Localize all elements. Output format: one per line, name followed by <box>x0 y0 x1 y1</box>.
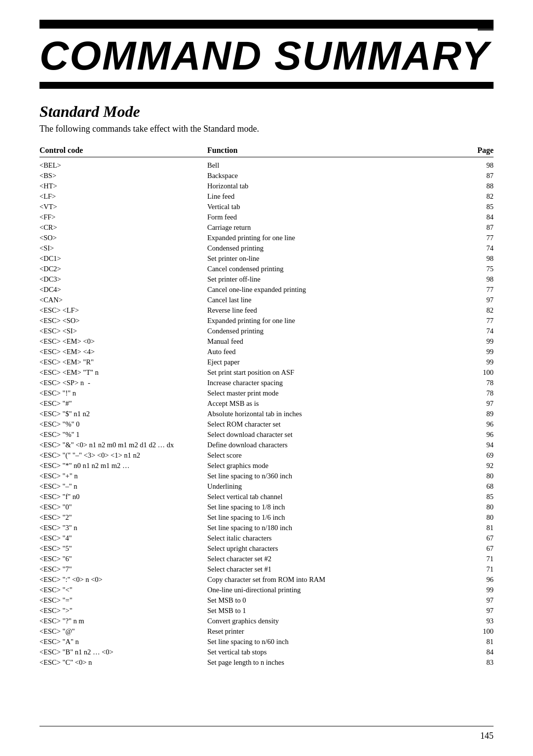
cmd-function: Set MSB to 1 <box>207 607 464 615</box>
cmd-control-code: <ESC> "?" n m <box>39 617 207 625</box>
cmd-control-code: <FF> <box>39 213 207 221</box>
top-bar <box>39 20 494 29</box>
cmd-function: Expanded printing for one line <box>207 317 464 325</box>
cmd-control-code: <ESC> ":" <0> n <0> <box>39 576 207 584</box>
table-row: <ESC> "4"Select italic characters67 <box>39 534 494 544</box>
cmd-page-number: 81 <box>464 638 494 646</box>
header-page: Page <box>464 146 494 155</box>
cmd-function: Cancel condensed printing <box>207 265 464 273</box>
table-row: <ESC> ">"Set MSB to 197 <box>39 607 494 616</box>
cmd-page-number: 85 <box>464 493 494 501</box>
cmd-control-code: <ESC> "*" n0 n1 n2 m1 m2 … <box>39 462 207 470</box>
table-row: <SI>Condensed printing74 <box>39 244 494 254</box>
cmd-control-code: <ESC> "–" n <box>39 482 207 491</box>
cmd-control-code: <DC3> <box>39 275 207 284</box>
header-control: Control code <box>39 146 207 155</box>
table-row: <DC4>Cancel one-line expanded printing77 <box>39 286 494 295</box>
table-row: <FF>Form feed84 <box>39 213 494 223</box>
table-row: <HT>Horizontal tab88 <box>39 182 494 192</box>
cmd-page-number: 80 <box>464 513 494 522</box>
cmd-page-number: 92 <box>464 462 494 470</box>
table-row: <ESC> "–" nUnderlining68 <box>39 482 494 492</box>
cmd-function: Absolute horizontal tab in inches <box>207 410 464 418</box>
cmd-control-code: <LF> <box>39 192 207 201</box>
cmd-control-code: <ESC> "@" <box>39 627 207 636</box>
cmd-function: Set printer off-line <box>207 275 464 284</box>
page: COMMAND SUMMARY Standard Mode The follow… <box>0 0 533 756</box>
cmd-control-code: <ESC> "A" n <box>39 638 207 646</box>
cmd-control-code: <ESC> <EM> "T" n <box>39 368 207 377</box>
cmd-page-number: 69 <box>464 451 494 460</box>
cmd-page-number: 82 <box>464 192 494 201</box>
cmd-page-number: 77 <box>464 317 494 325</box>
cmd-function: Select upright characters <box>207 544 464 553</box>
cmd-function: Set line spacing to 1/8 inch <box>207 503 464 511</box>
cmd-function: Condensed printing <box>207 244 464 252</box>
table-row: <ESC> "<"One-line uni-directional printi… <box>39 586 494 596</box>
cmd-page-number: 77 <box>464 234 494 242</box>
cmd-function: Set page length to n inches <box>207 658 464 667</box>
table-row: <ESC> "(" "–" <3> <0> <1> n1 n2Select sc… <box>39 451 494 461</box>
table-row: <ESC> <SP> n-Increase character spacing7… <box>39 379 494 389</box>
cmd-control-code: <ESC> ">" <box>39 607 207 615</box>
cmd-control-code: <ESC> "6" <box>39 555 207 563</box>
table-row: <ESC> <EM> "R"Eject paper99 <box>39 358 494 368</box>
cmd-function: Bell <box>207 161 464 170</box>
commands-table: <BEL>Bell98<BS>Backspace87<HT>Horizontal… <box>39 161 494 668</box>
cmd-page-number: 99 <box>464 337 494 346</box>
table-row: <ESC> "?" n mConvert graphics density93 <box>39 617 494 627</box>
cmd-page-number: 96 <box>464 431 494 439</box>
table-row: <ESC> "%" 0Select ROM character set96 <box>39 420 494 430</box>
cmd-page-number: 80 <box>464 503 494 511</box>
cmd-page-number: 75 <box>464 265 494 273</box>
cmd-function: Expanded printing for one line <box>207 234 464 242</box>
cmd-function: Copy character set from ROM into RAM <box>207 576 464 584</box>
cmd-page-number: 100 <box>464 627 494 636</box>
cmd-page-number: 97 <box>464 607 494 615</box>
cmd-control-code: <ESC> "5" <box>39 544 207 553</box>
cmd-page-number: 82 <box>464 306 494 315</box>
cmd-function: Select ROM character set <box>207 420 464 429</box>
cmd-control-code: <DC2> <box>39 265 207 273</box>
table-row: <ESC> <SI>Condensed printing74 <box>39 327 494 337</box>
cmd-control-code: <ESC> "+" n <box>39 472 207 480</box>
cmd-page-number: 87 <box>464 172 494 180</box>
table-row: <DC1>Set printer on-line98 <box>39 254 494 264</box>
cmd-page-number: 87 <box>464 223 494 232</box>
table-header: Control code Function Page <box>39 146 494 157</box>
table-row: <ESC> <EM> <4>Auto feed99 <box>39 348 494 358</box>
cmd-function: Cancel last line <box>207 296 464 304</box>
cmd-control-code: <ESC> "&" <0> n1 n2 m0 m1 m2 d1 d2 … dx <box>39 441 207 449</box>
cmd-control-code: <ESC> "!" n <box>39 389 207 397</box>
cmd-function: Underlining <box>207 482 464 491</box>
cmd-page-number: 67 <box>464 544 494 553</box>
table-row: <ESC> "+" nSet line spacing to n/360 inc… <box>39 472 494 482</box>
cmd-function: Cancel one-line expanded printing <box>207 286 464 294</box>
cmd-function: Select graphics mode <box>207 462 464 470</box>
cmd-control-code: <DC4> <box>39 286 207 294</box>
cmd-page-number: 84 <box>464 213 494 221</box>
cmd-function: Form feed <box>207 213 464 221</box>
cmd-page-number: 68 <box>464 482 494 491</box>
cmd-control-code: <ESC> <SO> <box>39 317 207 325</box>
cmd-function: Carriage return <box>207 223 464 232</box>
cmd-control-code: <SI> <box>39 244 207 252</box>
table-row: <ESC> <EM> <0>Manual feed99 <box>39 337 494 347</box>
cmd-control-code: <ESC> "%" 0 <box>39 420 207 429</box>
cmd-function: Set line spacing to n/60 inch <box>207 638 464 646</box>
table-row: <ESC> "&" <0> n1 n2 m0 m1 m2 d1 d2 … dxD… <box>39 441 494 451</box>
cmd-control-code: <ESC> "#" <box>39 399 207 408</box>
table-row: <ESC> <SO>Expanded printing for one line… <box>39 317 494 326</box>
cmd-control-code: <ESC> "f" n0 <box>39 493 207 501</box>
cmd-page-number: 83 <box>464 658 494 667</box>
table-row: <ESC> "!" nSelect master print mode78 <box>39 389 494 399</box>
table-row: <ESC> <EM> "T" nSet print start position… <box>39 368 494 378</box>
cmd-control-code: <CAN> <box>39 296 207 304</box>
table-row: <ESC> "2"Set line spacing to 1/6 inch80 <box>39 513 494 523</box>
cmd-control-code: <BEL> <box>39 161 207 170</box>
cmd-function: Condensed printing <box>207 327 464 335</box>
cmd-control-code: <VT> <box>39 203 207 211</box>
cmd-page-number: 77 <box>464 286 494 294</box>
table-row: <BS>Backspace87 <box>39 172 494 181</box>
cmd-page-number: 74 <box>464 244 494 252</box>
